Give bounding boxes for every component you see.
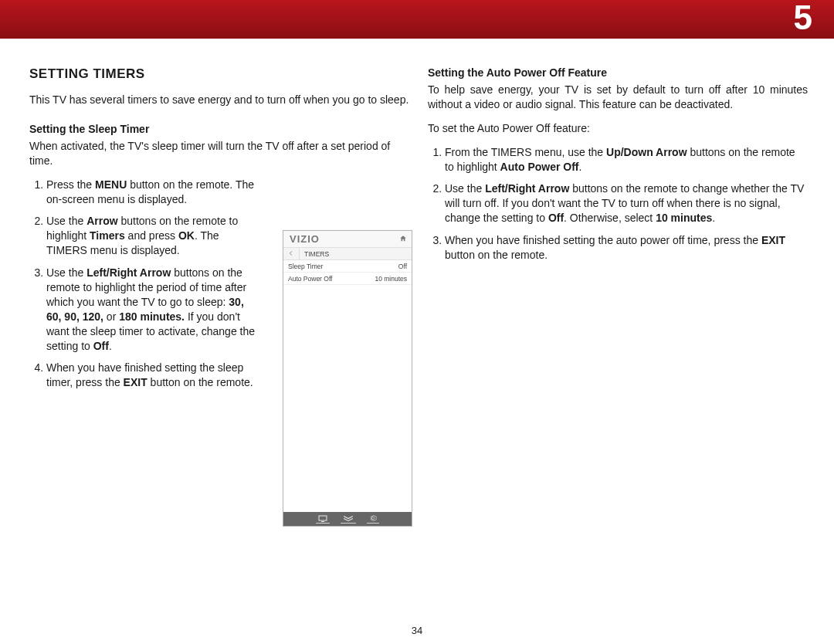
intro-paragraph: This TV has several timers to save energ…	[29, 93, 409, 107]
menu-header: VIZIO	[283, 231, 412, 248]
svg-rect-0	[319, 516, 327, 520]
vizio-logo: VIZIO	[290, 233, 320, 245]
right-column: Setting the Auto Power Off Feature To he…	[428, 66, 808, 398]
menu-row-auto-power-off: Auto Power Off 10 minutes	[283, 273, 412, 285]
page-number: 34	[412, 625, 422, 636]
chapter-number: 5	[794, 0, 812, 37]
auto-power-off-heading: Setting the Auto Power Off Feature	[428, 66, 808, 79]
sleep-timer-steps-wrap: Press the MENU button on the remote. The…	[29, 178, 261, 391]
auto-power-off-steps: From the TIMERS menu, use the Up/Down Ar…	[428, 145, 808, 263]
sleep-timer-heading: Setting the Sleep Timer	[29, 123, 409, 135]
footer-gear-icon	[367, 514, 379, 524]
menu-breadcrumb: TIMERS	[283, 248, 412, 260]
menu-row-label: Sleep Timer	[288, 263, 323, 270]
menu-row-value: Off	[398, 263, 407, 270]
list-item: Press the MENU button on the remote. The…	[46, 178, 261, 207]
home-icon	[399, 235, 407, 244]
sleep-timer-text: When activated, the TV's sleep timer wil…	[29, 139, 409, 168]
list-item: When you have finished setting the sleep…	[46, 361, 261, 390]
menu-footer	[283, 512, 412, 526]
content-area: SETTING TIMERS This TV has several timer…	[0, 39, 834, 398]
list-item: From the TIMERS menu, use the Up/Down Ar…	[445, 145, 808, 175]
breadcrumb-label: TIMERS	[304, 250, 329, 258]
back-chevron-icon	[288, 249, 294, 258]
list-item: Use the Left/Right Arrow buttons on the …	[445, 181, 808, 225]
footer-chevron-down-icon	[341, 515, 356, 524]
menu-row-label: Auto Power Off	[288, 275, 332, 283]
auto-power-off-text: To help save energy, your TV is set by d…	[428, 83, 808, 112]
list-item: Use the Left/Right Arrow buttons on the …	[46, 266, 261, 353]
left-column: SETTING TIMERS This TV has several timer…	[29, 66, 409, 398]
footer-tv-icon	[316, 515, 330, 524]
list-item: Use the Arrow buttons on the remote to h…	[46, 214, 261, 258]
breadcrumb-separator	[299, 248, 300, 260]
tv-menu-illustration: VIZIO TIMERS Sleep Timer Off Auto Power …	[283, 230, 412, 527]
chapter-header-band: 5	[0, 0, 834, 39]
auto-power-off-lead: To set the Auto Power Off feature:	[428, 121, 808, 136]
menu-row-value: 10 minutes	[375, 275, 407, 283]
list-item: When you have finished setting the auto …	[445, 233, 808, 263]
menu-row-sleep-timer: Sleep Timer Off	[283, 260, 412, 273]
section-title: SETTING TIMERS	[29, 66, 409, 82]
sleep-timer-steps: Press the MENU button on the remote. The…	[29, 178, 261, 391]
